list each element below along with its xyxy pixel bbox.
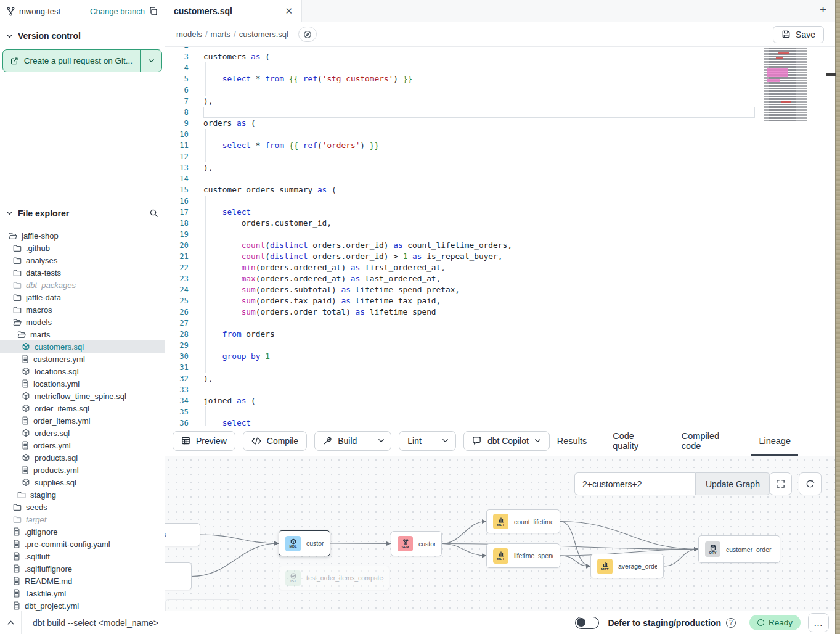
close-icon[interactable]: ✕	[285, 6, 293, 17]
code-line-27[interactable]: 27	[165, 318, 835, 329]
update-graph-button[interactable]: Update Graph	[695, 472, 770, 495]
file-item-customers-yml[interactable]: customers.yml	[0, 353, 165, 365]
code-line-32[interactable]: 32),	[165, 373, 835, 384]
lint-caret[interactable]	[436, 432, 455, 450]
lineage-node-customers[interactable]: SEMcustomers	[391, 531, 442, 556]
code-line-8[interactable]: 8	[165, 107, 835, 118]
file-item--gitignore[interactable]: .gitignore	[0, 525, 165, 538]
lineage-node-part[interactable]	[165, 599, 240, 611]
ellipsis-menu-button[interactable]: …	[808, 613, 829, 632]
code-line-11[interactable]: 11 select * from {{ ref('orders') }}	[165, 140, 835, 151]
save-button[interactable]: Save	[773, 26, 824, 43]
lineage-selector-input[interactable]	[574, 472, 695, 495]
file-item-analyses[interactable]: analyses	[0, 254, 165, 266]
docs-compass-button[interactable]	[298, 27, 317, 42]
file-item-target[interactable]: target	[0, 513, 165, 525]
file-item-orders-sql[interactable]: orders.sql	[0, 427, 165, 439]
file-item-products-yml[interactable]: products.yml	[0, 464, 165, 476]
code-line-16[interactable]: 16	[165, 196, 835, 207]
code-line-13[interactable]: 13),	[165, 162, 835, 173]
code-line-30[interactable]: 30 group by 1	[165, 351, 835, 362]
breadcrumb-marts[interactable]: marts	[211, 30, 231, 39]
file-item-products-sql[interactable]: products.sql	[0, 451, 165, 464]
code-line-28[interactable]: 28 from orders	[165, 329, 835, 340]
tab-compiled-code[interactable]: Compiled code	[682, 426, 733, 456]
help-icon[interactable]: ?	[726, 618, 736, 628]
lineage-panel[interactable]: stg_customersordersMDLcustomersTSTtest_o…	[165, 456, 835, 611]
code-line-18[interactable]: 18 orders.customer_id,	[165, 218, 835, 229]
lint-button[interactable]: Lint	[399, 432, 430, 450]
code-line-25[interactable]: 25 sum(orders.tax_paid) as lifetime_tax_…	[165, 295, 835, 307]
lineage-node-customers[interactable]: MDLcustomers	[279, 530, 330, 556]
code-line-31[interactable]: 31	[165, 362, 835, 373]
command-input[interactable]: dbt build --select <model_name>	[22, 618, 158, 628]
code-line-6[interactable]: 6	[165, 84, 835, 96]
code-line-23[interactable]: 23 max(orders.ordered_at) as last_ordere…	[165, 273, 835, 284]
collapse-panel-button[interactable]	[0, 619, 21, 627]
code-line-12[interactable]: 12	[165, 151, 835, 162]
file-item--sqlfluffignore[interactable]: .sqlfluffignore	[0, 562, 165, 575]
code-line-14[interactable]: 14	[165, 173, 835, 184]
file-item-marts[interactable]: marts	[0, 328, 165, 340]
file-item-readme-md[interactable]: README.md	[0, 575, 165, 587]
file-item-macros[interactable]: macros	[0, 303, 165, 316]
code-line-24[interactable]: 24 sum(orders.subtotal) as lifetime_spen…	[165, 284, 835, 295]
file-item-dbt-packages[interactable]: dbt_packages	[0, 279, 165, 291]
code-line-35[interactable]: 35	[165, 406, 835, 418]
build-button[interactable]: Build	[315, 432, 365, 450]
code-line-33[interactable]: 33	[165, 384, 835, 395]
editor-scrollbar-thumb[interactable]	[826, 73, 836, 76]
tab-customers-sql[interactable]: customers.sql ✕	[165, 0, 302, 22]
code-line-26[interactable]: 26 sum(orders.order_total) as lifetime_s…	[165, 307, 835, 318]
file-item-locations-yml[interactable]: locations.yml	[0, 377, 165, 390]
search-icon[interactable]	[149, 208, 158, 218]
code-line-29[interactable]: 29	[165, 340, 835, 351]
tab-lineage[interactable]: Lineage	[759, 426, 791, 456]
create-pr-button[interactable]: Create a pull request on Git...	[2, 49, 162, 72]
breadcrumb-models[interactable]: models	[176, 30, 202, 39]
file-item-jaffle-data[interactable]: jaffle-data	[0, 291, 165, 303]
new-tab-button[interactable]: +	[820, 3, 826, 17]
lineage-node-test-order-items-compute-to-bools-[interactable]: TSTtest_order_items_compute_to_bools...	[279, 566, 389, 590]
file-item-jaffle-shop[interactable]: jaffle-shop	[0, 229, 165, 242]
code-line-20[interactable]: 20 count(distinct orders.order_id) as co…	[165, 240, 835, 251]
file-item-locations-sql[interactable]: locations.sql	[0, 365, 165, 377]
preview-button[interactable]: Preview	[173, 431, 235, 451]
file-item-seeds[interactable]: seeds	[0, 501, 165, 513]
file-item-order-items-sql[interactable]: order_items.sql	[0, 402, 165, 414]
file-item-metricflow-time-spine-sql[interactable]: metricflow_time_spine.sql	[0, 390, 165, 402]
code-line-22[interactable]: 22 min(orders.ordered_at) as first_order…	[165, 262, 835, 273]
lineage-node-count-lifetime-orders[interactable]: METcount_lifetime_orders	[486, 509, 560, 533]
code-line-9[interactable]: 9orders as (	[165, 118, 835, 129]
code-line-10[interactable]: 10	[165, 129, 835, 140]
lineage-node-average-order-value[interactable]: METaverage_order_value	[590, 554, 664, 578]
file-item-staging[interactable]: staging	[0, 488, 165, 501]
code-line-3[interactable]: 3customers as (	[165, 51, 835, 62]
tab-results[interactable]: Results	[557, 426, 587, 456]
code-line-17[interactable]: 17 select	[165, 207, 835, 218]
code-line-36[interactable]: 36 select	[165, 418, 835, 426]
copy-icon[interactable]	[149, 6, 158, 16]
file-item-taskfile-yml[interactable]: Taskfile.yml	[0, 587, 165, 599]
file-item-dbt-project-yml[interactable]: dbt_project.yml	[0, 599, 165, 611]
code-line-2[interactable]: 2	[165, 47, 835, 51]
create-pr-caret[interactable]	[141, 50, 161, 72]
lineage-node-lifetime-spend-pretax[interactable]: METlifetime_spend_pretax	[486, 543, 560, 568]
build-caret[interactable]	[371, 432, 391, 450]
code-line-15[interactable]: 15customer_orders_summary as (	[165, 184, 835, 196]
file-item--pre-commit-config-yaml[interactable]: .pre-commit-config.yaml	[0, 538, 165, 550]
file-item-supplies-sql[interactable]: supplies.sql	[0, 476, 165, 488]
code-line-7[interactable]: 7),	[165, 96, 835, 107]
defer-toggle[interactable]	[575, 617, 599, 629]
chevron-down-icon[interactable]	[6, 210, 13, 216]
code-editor[interactable]: 23customers as (45 select * from {{ ref(…	[165, 47, 835, 426]
fullscreen-button[interactable]	[769, 472, 792, 495]
file-item-models[interactable]: models	[0, 316, 165, 328]
code-line-5[interactable]: 5 select * from {{ ref('stg_customers') …	[165, 73, 835, 84]
file-item-data-tests[interactable]: data-tests	[0, 266, 165, 279]
minimap[interactable]	[760, 47, 815, 392]
change-branch-link[interactable]: Change branch	[90, 7, 145, 16]
lineage-node-customer-order-metrics[interactable]: QRYcustomer_order_metrics	[698, 535, 780, 563]
dbt-copilot-button[interactable]: dbt Copilot	[463, 431, 550, 451]
lineage-node-stg-customers[interactable]: stg_customers	[165, 523, 200, 546]
